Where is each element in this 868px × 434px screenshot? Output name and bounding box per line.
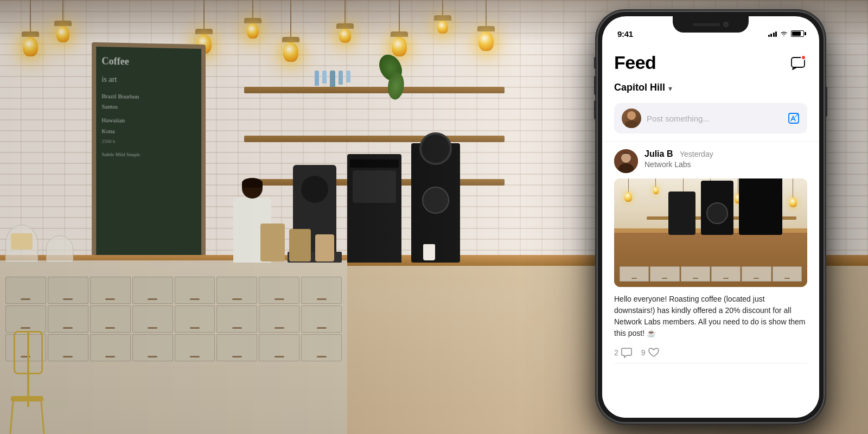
likes-action[interactable]: 9 [641, 347, 660, 359]
post-machine-3 [739, 178, 782, 235]
feed-organization: Network Labs [644, 160, 807, 169]
signal-bar-1 [768, 35, 770, 37]
comments-count: 2 [614, 348, 618, 357]
author-avatar-svg [614, 149, 638, 173]
battery-fill [792, 31, 801, 36]
chevron-down-icon: ▾ [668, 84, 672, 93]
messages-button[interactable] [789, 54, 807, 72]
phone-screen: 9:41 [602, 16, 819, 418]
notch-speaker [693, 23, 720, 26]
phone-frame: 9:41 [597, 11, 825, 423]
heart-icon [648, 347, 660, 359]
mute-switch[interactable] [594, 57, 596, 69]
feed-item: Julia B Yesterday Network Labs [602, 149, 819, 363]
mini-bulb [653, 187, 659, 194]
feed-author-line: Julia B Yesterday [644, 149, 807, 159]
feed-author-avatar [614, 149, 638, 173]
volume-down-button[interactable] [594, 100, 596, 119]
likes-count: 9 [641, 348, 646, 357]
app-header: Feed [602, 46, 819, 78]
battery-icon [791, 30, 804, 37]
feed-meta: Julia B Yesterday Network Labs [644, 149, 807, 169]
mini-bulb [624, 192, 632, 202]
notch-camera [723, 22, 729, 27]
comment-icon [621, 347, 633, 359]
signal-bars-icon [768, 30, 777, 37]
app-title: Feed [614, 52, 656, 73]
mini-light-7 [789, 178, 797, 207]
location-selector[interactable]: Capitol Hill ▾ [602, 78, 819, 100]
avatar-svg [622, 108, 641, 128]
post-placeholder[interactable]: Post something... [647, 114, 782, 123]
mini-wire [793, 178, 793, 197]
mini-wire [628, 178, 629, 192]
comments-action[interactable]: 2 [614, 347, 633, 359]
compose-icon[interactable] [788, 112, 800, 124]
svg-point-2 [625, 120, 638, 128]
post-drawers [614, 233, 807, 287]
status-time: 9:41 [617, 29, 633, 39]
svg-point-5 [621, 153, 631, 163]
signal-bar-3 [773, 33, 775, 37]
notification-dot [801, 55, 806, 60]
post-actions: 2 9 [614, 347, 807, 363]
signal-bar-2 [770, 34, 772, 37]
notch [673, 16, 749, 33]
status-icons [768, 30, 805, 37]
volume-up-button[interactable] [594, 76, 596, 95]
divider [602, 141, 819, 142]
feed-post-time: Yesterday [680, 150, 713, 158]
phone-wrapper: 9:41 [597, 11, 825, 423]
feed-author-name: Julia B [644, 149, 673, 158]
post-machine-1 [668, 192, 695, 235]
mini-bulb [789, 197, 797, 207]
screen-content[interactable]: Feed Capitol Hill ▾ [602, 46, 819, 418]
power-button[interactable] [825, 87, 827, 117]
wifi-icon [780, 30, 788, 37]
current-user-avatar [622, 108, 641, 128]
mini-wire [738, 178, 738, 194]
post-image-inner [614, 178, 807, 287]
post-caption: Hello everyone! Roasting coffee (located… [614, 293, 807, 339]
post-machine-2 [701, 181, 733, 235]
mini-light-2 [653, 178, 659, 194]
post-image [614, 178, 807, 287]
mini-wire [655, 178, 656, 187]
svg-point-1 [627, 111, 636, 120]
location-name: Capitol Hill [614, 82, 665, 93]
feed-item-header: Julia B Yesterday Network Labs [614, 149, 807, 173]
mini-light-1 [624, 178, 632, 202]
signal-bar-4 [775, 31, 777, 37]
post-bar[interactable]: Post something... [614, 103, 807, 133]
